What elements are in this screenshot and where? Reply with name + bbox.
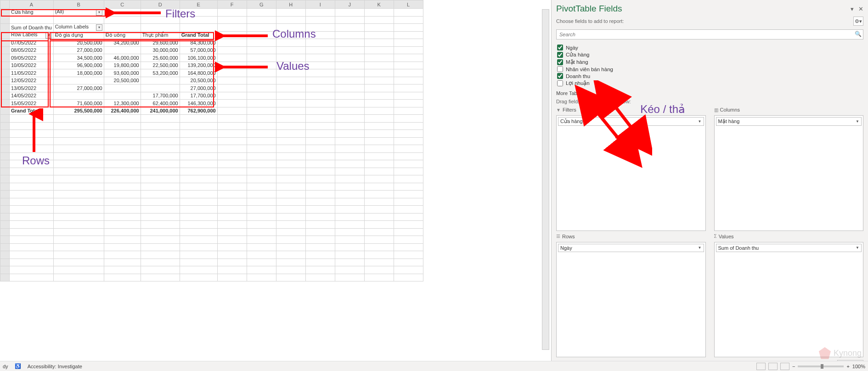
cell[interactable] <box>305 168 335 175</box>
cell[interactable] <box>364 213 394 221</box>
cell[interactable] <box>394 62 423 69</box>
cell[interactable] <box>247 145 276 153</box>
grand-total-cell[interactable]: 295,500,000 <box>53 107 104 115</box>
cell[interactable] <box>276 115 305 123</box>
cell[interactable] <box>104 274 141 281</box>
cell[interactable] <box>335 92 364 100</box>
cell[interactable] <box>335 198 364 206</box>
view-page-layout-icon[interactable] <box>768 363 778 370</box>
cell[interactable] <box>335 168 364 175</box>
status-accessibility[interactable]: Accessibility: Investigate <box>28 364 82 369</box>
cell[interactable] <box>247 107 276 115</box>
cell[interactable] <box>141 16 180 24</box>
value-cell[interactable]: 53,200,000 <box>141 69 180 77</box>
pivot-column-header[interactable]: Thực phẩm <box>141 31 180 39</box>
cell[interactable] <box>180 137 217 145</box>
date-cell[interactable]: 07/05/2022 <box>10 39 54 47</box>
cell[interactable] <box>364 100 394 107</box>
cell[interactable] <box>141 228 180 236</box>
cell[interactable] <box>394 168 423 175</box>
cell[interactable] <box>104 251 141 259</box>
cell[interactable] <box>364 9 394 17</box>
pivot-column-header[interactable]: Đồ gia dụng <box>53 31 104 39</box>
cell[interactable] <box>394 24 423 32</box>
value-cell[interactable]: 17,700,000 <box>180 92 217 100</box>
cell[interactable] <box>247 191 276 198</box>
field-checkbox[interactable] <box>557 66 563 72</box>
cell[interactable] <box>247 152 276 160</box>
cell[interactable] <box>104 168 141 175</box>
date-cell[interactable]: 15/05/2022 <box>10 100 54 107</box>
cell[interactable] <box>364 198 394 206</box>
cell[interactable] <box>276 175 305 183</box>
value-cell[interactable]: 27,000,000 <box>180 84 217 92</box>
cell[interactable] <box>217 274 247 281</box>
cell[interactable] <box>53 191 104 198</box>
field-checkbox[interactable] <box>557 73 563 79</box>
cell[interactable] <box>305 221 335 229</box>
cell[interactable] <box>335 122 364 130</box>
cell[interactable] <box>104 206 141 214</box>
cell[interactable] <box>141 266 180 274</box>
cell[interactable] <box>394 274 423 281</box>
cell[interactable] <box>276 122 305 130</box>
cell[interactable] <box>247 115 276 123</box>
cell[interactable] <box>335 54 364 62</box>
cell[interactable] <box>53 152 104 160</box>
value-cell[interactable]: 12,300,000 <box>104 100 141 107</box>
zoom-level[interactable]: 100% <box>852 364 865 369</box>
vertical-scrollbar[interactable] <box>542 9 549 350</box>
cell[interactable] <box>276 168 305 175</box>
cell[interactable] <box>217 152 247 160</box>
cell[interactable] <box>335 152 364 160</box>
cell[interactable] <box>364 62 394 69</box>
cell[interactable] <box>141 175 180 183</box>
cell[interactable] <box>305 152 335 160</box>
cell[interactable] <box>247 274 276 281</box>
cell[interactable] <box>364 228 394 236</box>
cell[interactable] <box>247 243 276 251</box>
cell[interactable] <box>217 62 247 69</box>
cell[interactable] <box>335 69 364 77</box>
cell[interactable] <box>364 168 394 175</box>
date-cell[interactable]: 12/05/2022 <box>10 77 54 84</box>
value-cell[interactable]: 22,500,000 <box>141 62 180 69</box>
cell[interactable] <box>53 16 104 24</box>
column-header[interactable]: J <box>335 0 364 9</box>
cell[interactable] <box>305 266 335 274</box>
cell[interactable] <box>141 198 180 206</box>
spreadsheet-grid[interactable]: ABCDEFGHIJKL Cửa hàng (All)▾ Sum of Doan… <box>0 0 423 281</box>
cell[interactable] <box>217 266 247 274</box>
cell[interactable] <box>335 236 364 244</box>
cell[interactable] <box>10 206 54 214</box>
cell[interactable] <box>276 221 305 229</box>
cell[interactable] <box>394 46 423 54</box>
cell[interactable] <box>180 259 217 266</box>
cell[interactable] <box>305 122 335 130</box>
cell[interactable] <box>180 243 217 251</box>
cell[interactable] <box>394 152 423 160</box>
cell[interactable] <box>276 152 305 160</box>
cell[interactable] <box>305 259 335 266</box>
value-cell[interactable] <box>141 77 180 84</box>
cell[interactable] <box>217 100 247 107</box>
cell[interactable] <box>364 206 394 214</box>
cell[interactable] <box>141 206 180 214</box>
cell[interactable] <box>217 16 247 24</box>
cell[interactable] <box>394 160 423 168</box>
grand-total-cell[interactable]: 241,000,000 <box>141 107 180 115</box>
cell[interactable] <box>394 206 423 214</box>
cell[interactable] <box>10 274 54 281</box>
cell[interactable] <box>104 115 141 123</box>
area-values-item[interactable]: Sum of Doanh thu▼ <box>716 244 862 252</box>
cell[interactable] <box>247 168 276 175</box>
cell[interactable] <box>305 160 335 168</box>
cell[interactable] <box>276 84 305 92</box>
cell[interactable] <box>53 236 104 244</box>
date-cell[interactable]: 14/05/2022 <box>10 92 54 100</box>
value-cell[interactable]: 20,500,000 <box>180 77 217 84</box>
cell[interactable] <box>104 266 141 274</box>
cell[interactable] <box>104 122 141 130</box>
cell[interactable] <box>180 236 217 244</box>
cell[interactable] <box>305 213 335 221</box>
